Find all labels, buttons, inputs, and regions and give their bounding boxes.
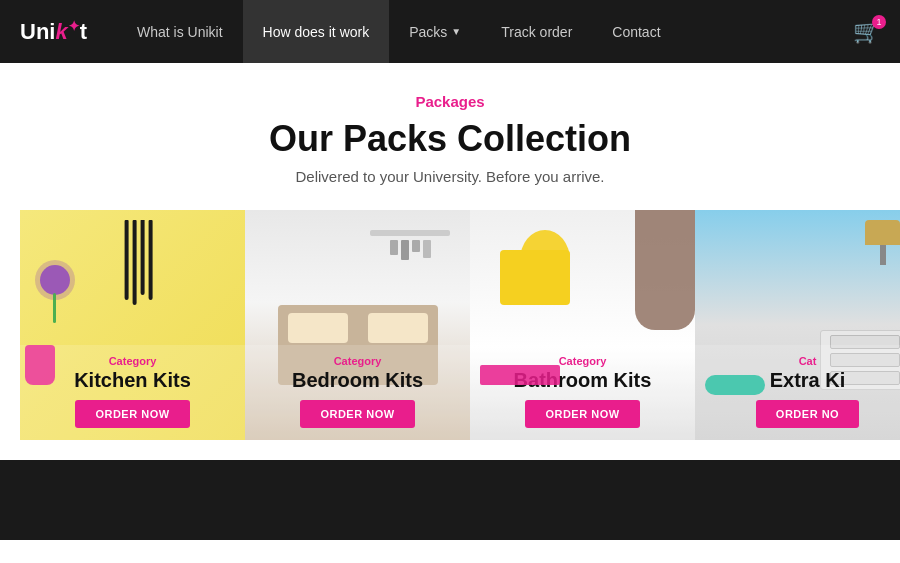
card-bedroom: Category Bedroom Kits ORDER NOW (245, 210, 470, 440)
cart-button[interactable]: 🛒 1 (853, 19, 880, 45)
card-bedroom-category: Category (257, 355, 458, 367)
packages-label: Packages (20, 93, 880, 110)
towel-pink-decoration (480, 365, 560, 385)
page-title: Our Packs Collection (20, 118, 880, 160)
card-extra-category: Cat (707, 355, 900, 367)
card-kitchen-title: Kitchen Kits (32, 369, 233, 392)
card-extra-title: Extra Ki (707, 369, 900, 392)
card-bathroom-order-btn[interactable]: ORDER NOW (525, 400, 639, 428)
card-kitchen-order-btn[interactable]: ORDER NOW (75, 400, 189, 428)
card-bedroom-title: Bedroom Kits (257, 369, 458, 392)
card-extra-overlay: Cat Extra Ki ORDER NO (695, 345, 900, 440)
main-content: Packages Our Packs Collection Delivered … (0, 63, 900, 460)
footer (0, 460, 900, 540)
utensils-decoration (124, 220, 152, 305)
nav-how-does-it-work[interactable]: How does it work (243, 0, 390, 63)
curtain-decoration (635, 210, 695, 330)
card-bathroom-overlay: Category Bathroom Kits ORDER NOW (470, 345, 695, 440)
card-extra: Cat Extra Ki ORDER NO (695, 210, 900, 440)
flower-decoration (40, 265, 70, 295)
flower-stem (53, 293, 56, 323)
lamp-decoration (865, 220, 900, 270)
logo[interactable]: Unik✦t (20, 18, 87, 45)
card-extra-order-btn[interactable]: ORDER NO (756, 400, 859, 428)
card-bedroom-overlay: Category Bedroom Kits ORDER NOW (245, 345, 470, 440)
nav-contact[interactable]: Contact (592, 0, 680, 63)
card-bedroom-order-btn[interactable]: ORDER NOW (300, 400, 414, 428)
nav-track-order[interactable]: Track order (481, 0, 592, 63)
navbar: Unik✦t What is Unikit How does it work P… (0, 0, 900, 63)
card-kitchen: Category Kitchen Kits ORDER NOW (20, 210, 245, 440)
nav-items: What is Unikit How does it work Packs ▼ … (117, 0, 853, 63)
card-kitchen-overlay: Category Kitchen Kits ORDER NOW (20, 345, 245, 440)
page-subtitle: Delivered to your University. Before you… (20, 168, 880, 185)
shelf-decoration (370, 230, 450, 260)
nav-what-is-unikit[interactable]: What is Unikit (117, 0, 243, 63)
cards-row: Category Kitchen Kits ORDER NOW (20, 210, 900, 440)
chevron-down-icon: ▼ (451, 26, 461, 37)
nav-packs[interactable]: Packs ▼ (389, 0, 481, 63)
cart-badge: 1 (872, 15, 886, 29)
card-bathroom: Category Bathroom Kits ORDER NOW (470, 210, 695, 440)
star-icon: ✦ (68, 18, 80, 34)
towel-yellow-decoration (500, 250, 570, 305)
card-kitchen-category: Category (32, 355, 233, 367)
